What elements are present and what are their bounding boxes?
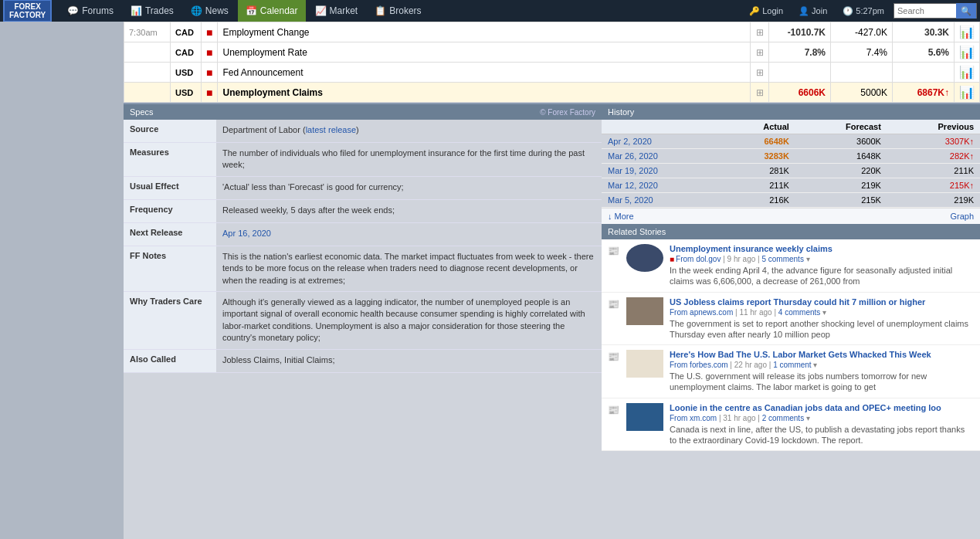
login-button[interactable]: 🔑 Login (743, 4, 789, 19)
story-body: Canada is next in line, after the US, to… (670, 424, 974, 446)
story-type-icon: 📰 (608, 299, 620, 310)
event-action-icon[interactable]: ⊞ (756, 27, 764, 38)
history-previous: 282K↑ (887, 149, 980, 164)
chart-icon-cell[interactable]: 📊 (955, 83, 980, 103)
actual-value: 6606K (769, 83, 831, 103)
source-link[interactable]: From dol.gov (676, 255, 721, 263)
logo-line1: FOREX (14, 2, 40, 11)
site-logo[interactable]: FOREX FACTORY (3, 0, 52, 22)
spec-label: Next Release (124, 223, 216, 246)
history-actual: 3283K (721, 149, 795, 164)
impact-red-icon: ■ (206, 46, 212, 59)
history-date[interactable]: Apr 2, 2020 (602, 134, 721, 149)
nav-calendar[interactable]: 📅 Calendar (238, 0, 306, 22)
history-actual: 211K (721, 178, 795, 193)
bar-chart-icon[interactable]: 📊 (959, 25, 975, 39)
spec-value: The number of individuals who filed for … (216, 143, 602, 176)
spec-label: Why Traders Care (124, 292, 216, 349)
chart-icon-cell[interactable]: 📊 (955, 63, 980, 83)
history-footer: ↓ More Graph (602, 208, 980, 224)
story-meta: From apnews.com | 11 hr ago | 4 comments… (670, 308, 974, 317)
history-col-forecast: Forecast (795, 120, 887, 134)
actual-value: -1010.7K (769, 22, 831, 42)
story-type-icon: 📰 (608, 405, 620, 415)
event-time (124, 63, 171, 83)
right-section: History Actual Forecast Previous Apr 2, … (602, 104, 980, 451)
more-link[interactable]: ↓ More (608, 212, 634, 221)
history-forecast: 3600K (795, 134, 887, 149)
story-title-link[interactable]: US Jobless claims report Thursday could … (670, 297, 974, 307)
bar-chart-icon[interactable]: 📊 (959, 66, 975, 79)
chart-icon-cell[interactable]: 📊 (955, 22, 980, 42)
spec-value: Apr 16, 2020 (216, 223, 277, 246)
comments-link[interactable]: 5 comments (761, 255, 803, 263)
spec-row: FF Notes This is the nation's earliest e… (124, 246, 602, 292)
comments-link[interactable]: 1 comment (773, 361, 811, 369)
event-action-icon[interactable]: ⊞ (756, 47, 764, 58)
market-icon: 📈 (315, 5, 327, 16)
chart-icon-cell[interactable]: 📊 (955, 42, 980, 63)
story-thumbnail (626, 403, 663, 431)
event-currency: CAD (171, 42, 202, 63)
spec-label: Source (124, 120, 216, 142)
forums-icon: 💬 (67, 5, 79, 16)
nav-brokers[interactable]: 📋 Brokers (367, 0, 429, 22)
source-link[interactable]: From forbes.com (670, 361, 728, 369)
story-thumbnail (626, 350, 663, 378)
impact-red-icon: ■ (206, 86, 212, 99)
history-date[interactable]: Mar 26, 2020 (602, 149, 721, 164)
event-action-icon[interactable]: ⊞ (756, 67, 764, 78)
graph-link[interactable]: Graph (950, 212, 974, 221)
nav-market[interactable]: 📈 Market (307, 0, 366, 22)
history-date[interactable]: Mar 5, 2020 (602, 193, 721, 208)
trades-icon: 📊 (131, 5, 142, 16)
next-release-link[interactable]: Apr 16, 2020 (222, 229, 271, 238)
latest-release-link[interactable]: latest release (306, 125, 356, 134)
impact-indicator: ■ (202, 83, 218, 103)
comments-link[interactable]: 4 comments (778, 308, 820, 317)
story-body: The U.S. government will release its job… (670, 371, 974, 393)
specs-credit: © Forex Factory (540, 108, 595, 117)
actual-value: 7.8% (769, 42, 831, 63)
source-link[interactable]: From apnews.com (670, 308, 733, 317)
story-title-link[interactable]: Unemployment insurance weekly claims (670, 244, 974, 253)
story-content: Here's How Bad The U.S. Labor Market Get… (670, 350, 974, 393)
nav-forums[interactable]: 💬 Forums (59, 0, 121, 22)
main-content: 7:30am CAD ■ Employment Change ⊞ -1010.7… (0, 22, 980, 539)
previous-value (893, 63, 955, 83)
source-link[interactable]: From xm.com (670, 414, 717, 422)
story-title-link[interactable]: Here's How Bad The U.S. Labor Market Get… (670, 350, 974, 359)
comments-link[interactable]: 2 comments (762, 414, 804, 422)
search-input[interactable] (894, 4, 956, 18)
spec-value: 'Actual' less than 'Forecast' is good fo… (216, 177, 410, 199)
spec-label: Also Called (124, 350, 216, 372)
search-box: 🔍 (894, 3, 977, 19)
actual-value (769, 63, 831, 83)
event-action-icon[interactable]: ⊞ (756, 87, 764, 98)
story-content: US Jobless claims report Thursday could … (670, 297, 974, 341)
bar-chart-icon[interactable]: 📊 (959, 86, 975, 99)
nav-news[interactable]: 🌐 News (183, 0, 236, 22)
history-date[interactable]: Mar 12, 2020 (602, 178, 721, 193)
impact-indicator: ■ (202, 42, 218, 63)
story-thumbnail (626, 297, 663, 325)
history-date[interactable]: Mar 19, 2020 (602, 164, 721, 178)
bar-chart-icon[interactable]: 📊 (959, 46, 975, 59)
spec-row: Also Called Jobless Claims, Initial Clai… (124, 350, 602, 373)
table-row: USD ■ Fed Announcement ⊞ 📊 (124, 63, 980, 83)
forecast-value: 7.4% (831, 42, 893, 63)
list-item: 📰 Here's How Bad The U.S. Labor Market G… (602, 345, 980, 398)
spec-value: Although it's generally viewed as a lagg… (216, 292, 602, 349)
search-button[interactable]: 🔍 (956, 3, 976, 19)
story-body: The government is set to report another … (670, 318, 974, 341)
table-row: USD ■ Unemployment Claims ⊞ 6606K 5000K … (124, 83, 980, 103)
join-button[interactable]: 👤 Join (792, 4, 833, 19)
spec-label: Frequency (124, 200, 216, 222)
event-time (124, 42, 171, 63)
nav-trades[interactable]: 📊 Trades (123, 0, 181, 22)
history-actual: 281K (721, 164, 795, 178)
history-row: Mar 26, 2020 3283K 1648K 282K↑ (602, 149, 980, 164)
spec-label: Usual Effect (124, 177, 216, 199)
story-title-link[interactable]: Loonie in the centre as Canadian jobs da… (670, 403, 974, 412)
history-table: Actual Forecast Previous Apr 2, 2020 664… (602, 120, 980, 208)
